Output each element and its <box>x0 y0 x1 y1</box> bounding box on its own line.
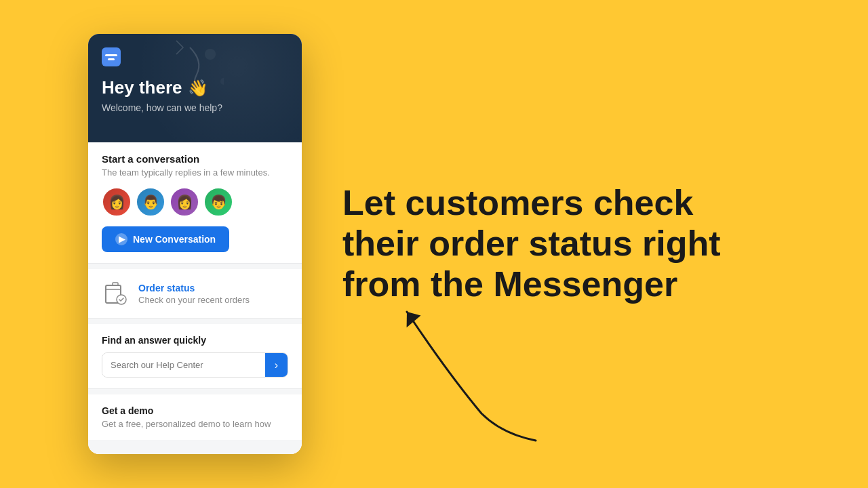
demo-section: Get a demo Get a free, personalized demo… <box>88 394 302 440</box>
conversation-button-icon: ▶ <box>115 233 127 245</box>
messenger-subtitle: Welcome, how can we help? <box>102 102 288 113</box>
help-title: Find an answer quickly <box>102 335 288 346</box>
order-status-desc: Check on your recent orders <box>138 295 250 305</box>
help-section: Find an answer quickly › <box>88 324 302 389</box>
demo-title: Get a demo <box>102 405 288 416</box>
headline-line2: their order status right <box>342 224 721 263</box>
messenger-widget: Hey there 👋 Welcome, how can we help? St… <box>88 34 302 454</box>
avatar: 👨 <box>136 187 165 217</box>
conversation-title: Start a conversation <box>102 153 288 165</box>
messenger-logo <box>102 47 288 66</box>
logo-bar-bottom <box>108 58 115 60</box>
messenger-header: Hey there 👋 Welcome, how can we help? <box>88 34 302 142</box>
headline-line3: from the Messenger <box>342 264 677 304</box>
search-row: › <box>102 352 288 378</box>
wave-emoji: 👋 <box>188 79 208 98</box>
logo-bar-top <box>105 54 117 56</box>
avatar: 👩 <box>102 187 132 217</box>
headline-line1: Let customers check <box>342 183 693 222</box>
conversation-subtitle: The team typically replies in a few minu… <box>102 167 288 178</box>
order-status-title: Order status <box>138 283 250 293</box>
search-arrow-icon: › <box>275 359 278 371</box>
logo-icon <box>102 47 121 66</box>
svg-rect-1 <box>113 283 118 285</box>
greeting-text: Hey there <box>102 77 182 98</box>
headline-text: Let customers check their order status r… <box>342 183 721 304</box>
demo-desc: Get a free, personalized demo to learn h… <box>102 419 288 429</box>
search-button[interactable]: › <box>265 353 288 377</box>
messenger-body: Start a conversation The team typically … <box>88 142 302 454</box>
order-text: Order status Check on your recent orders <box>138 283 250 305</box>
conversation-section: Start a conversation The team typically … <box>88 142 302 264</box>
search-input[interactable] <box>102 353 265 377</box>
new-conversation-label: New Conversation <box>133 234 216 245</box>
new-conversation-button[interactable]: ▶ New Conversation <box>102 226 229 252</box>
order-icon <box>102 280 129 307</box>
messenger-greeting: Hey there 👋 <box>102 77 288 98</box>
right-content: Let customers check their order status r… <box>302 156 868 331</box>
order-status-section[interactable]: Order status Check on your recent orders <box>88 269 302 319</box>
avatars-row: 👩 👨 👩 👦 <box>102 187 288 217</box>
avatar: 👩 <box>170 187 199 217</box>
avatar: 👦 <box>203 187 233 217</box>
